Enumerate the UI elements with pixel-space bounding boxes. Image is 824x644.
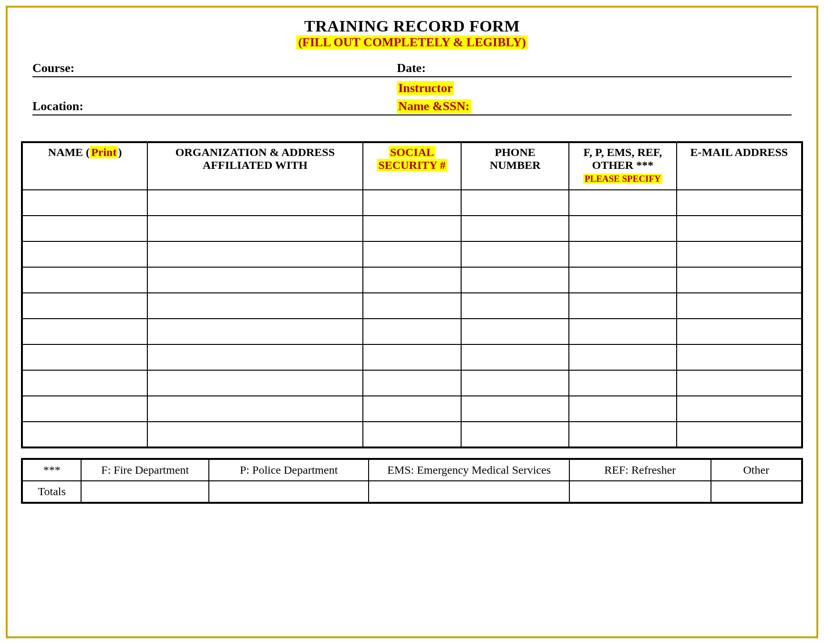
- table-row[interactable]: [22, 319, 802, 344]
- legend-stars: ***: [22, 459, 81, 481]
- col-header-ssn: SOCIAL SECURITY #: [363, 142, 462, 190]
- col-header-name: NAME (Print): [22, 142, 147, 190]
- totals-row: Totals: [22, 481, 802, 503]
- totals-p[interactable]: [209, 481, 369, 503]
- instructor-label-1: Instructor: [397, 81, 454, 95]
- title-block: TRAINING RECORD FORM (FILL OUT COMPLETEL…: [21, 17, 803, 50]
- course-label: Course:: [32, 61, 397, 76]
- legend-f: F: Fire Department: [81, 459, 209, 481]
- instructor-label-2: Name &SSN:: [397, 99, 471, 113]
- table-row[interactable]: [22, 241, 802, 267]
- table-row[interactable]: [22, 293, 802, 319]
- date-label: Date:: [397, 61, 792, 76]
- meta-row-1: Course: Date:: [32, 58, 792, 77]
- location-label: Location:: [32, 99, 397, 114]
- table-row[interactable]: [22, 216, 802, 241]
- meta-row-2: Location: Name &SSN:: [32, 96, 792, 115]
- table-row[interactable]: [22, 267, 802, 293]
- header-row: NAME (Print) ORGANIZATION & ADDRESS AFFI…: [22, 142, 802, 190]
- totals-label: Totals: [22, 481, 81, 503]
- form-subtitle: (FILL OUT COMPLETELY & LEGIBLY): [296, 35, 528, 50]
- totals-f[interactable]: [81, 481, 209, 503]
- table-row[interactable]: [22, 396, 802, 422]
- form-title: TRAINING RECORD FORM: [21, 17, 803, 35]
- attendee-tbody: [22, 190, 802, 447]
- table-row[interactable]: [22, 344, 802, 370]
- col-header-email: E-MAIL ADDRESS: [677, 142, 802, 190]
- attendee-table: NAME (Print) ORGANIZATION & ADDRESS AFFI…: [21, 141, 803, 448]
- col-header-type: F, P, EMS, REF, OTHER *** PLEASE SPECIFY: [569, 142, 677, 190]
- legend-other: Other: [711, 459, 802, 481]
- table-row[interactable]: [22, 370, 802, 396]
- col-header-org: ORGANIZATION & ADDRESS AFFILIATED WITH: [147, 142, 362, 190]
- totals-ems[interactable]: [369, 481, 569, 503]
- legend-row: *** F: Fire Department P: Police Departm…: [22, 459, 802, 481]
- meta-instructor-row-1: Instructor: [32, 77, 792, 96]
- totals-ref[interactable]: [569, 481, 711, 503]
- form-container: TRAINING RECORD FORM (FILL OUT COMPLETEL…: [6, 6, 818, 638]
- table-row[interactable]: [22, 190, 802, 216]
- legend-table: *** F: Fire Department P: Police Departm…: [21, 458, 803, 504]
- meta-section: Course: Date: Instructor Location: Name …: [32, 58, 792, 115]
- table-row[interactable]: [22, 422, 802, 447]
- col-header-phone: PHONE NUMBER: [461, 142, 569, 190]
- legend-p: P: Police Department: [209, 459, 369, 481]
- legend-ems: EMS: Emergency Medical Services: [369, 459, 569, 481]
- legend-ref: REF: Refresher: [569, 459, 711, 481]
- totals-other[interactable]: [711, 481, 802, 503]
